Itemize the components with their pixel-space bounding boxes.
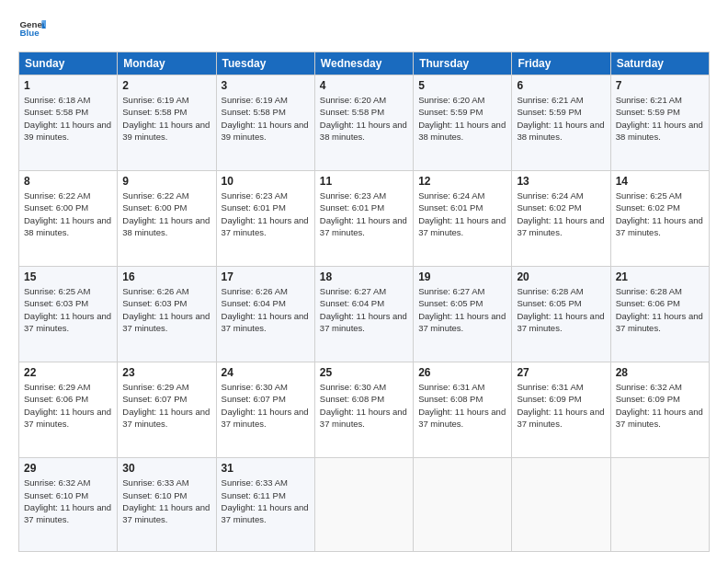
calendar-cell: 1Sunrise: 6:18 AMSunset: 5:58 PMDaylight…: [19, 75, 118, 171]
day-number: 5: [418, 79, 506, 92]
calendar-cell: 18Sunrise: 6:27 AMSunset: 6:04 PMDayligh…: [314, 267, 413, 362]
calendar-cell: 11Sunrise: 6:23 AMSunset: 6:01 PMDayligh…: [314, 171, 413, 267]
day-number: 2: [122, 79, 210, 92]
day-number: 24: [222, 366, 310, 379]
day-detail: Sunrise: 6:20 AMSunset: 5:59 PMDaylight:…: [418, 94, 506, 143]
day-number: 27: [517, 366, 605, 379]
calendar-cell: 12Sunrise: 6:24 AMSunset: 6:01 PMDayligh…: [414, 171, 512, 267]
calendar-day-header: Sunday: [19, 52, 118, 75]
day-detail: Sunrise: 6:20 AMSunset: 5:58 PMDaylight:…: [320, 94, 408, 143]
calendar-cell: 16Sunrise: 6:26 AMSunset: 6:03 PMDayligh…: [118, 267, 216, 362]
day-detail: Sunrise: 6:30 AMSunset: 6:08 PMDaylight:…: [320, 381, 408, 430]
calendar-cell: [610, 458, 709, 552]
day-number: 9: [122, 175, 210, 188]
calendar-cell: 17Sunrise: 6:26 AMSunset: 6:04 PMDayligh…: [216, 267, 314, 362]
day-detail: Sunrise: 6:28 AMSunset: 6:06 PMDaylight:…: [616, 285, 704, 334]
day-number: 1: [24, 79, 112, 92]
calendar-cell: 6Sunrise: 6:21 AMSunset: 5:59 PMDaylight…: [512, 75, 610, 171]
day-detail: Sunrise: 6:22 AMSunset: 6:00 PMDaylight:…: [122, 190, 210, 238]
calendar-cell: 8Sunrise: 6:22 AMSunset: 6:00 PMDaylight…: [19, 171, 118, 267]
calendar-day-header: Monday: [118, 52, 216, 75]
calendar-header-row: SundayMondayTuesdayWednesdayThursdayFrid…: [19, 52, 710, 75]
day-detail: Sunrise: 6:31 AMSunset: 6:08 PMDaylight:…: [418, 381, 506, 430]
day-number: 23: [122, 366, 210, 379]
day-detail: Sunrise: 6:21 AMSunset: 5:59 PMDaylight:…: [517, 94, 605, 143]
calendar-day-header: Tuesday: [216, 52, 314, 75]
day-number: 3: [222, 79, 310, 92]
logo: General Blue: [18, 15, 46, 42]
day-number: 13: [517, 175, 605, 188]
day-detail: Sunrise: 6:30 AMSunset: 6:07 PMDaylight:…: [222, 381, 310, 430]
day-detail: Sunrise: 6:31 AMSunset: 6:09 PMDaylight:…: [517, 381, 605, 430]
day-detail: Sunrise: 6:27 AMSunset: 6:04 PMDaylight:…: [320, 285, 408, 334]
day-number: 26: [418, 366, 506, 379]
day-number: 28: [616, 366, 704, 379]
calendar-day-header: Wednesday: [314, 52, 413, 75]
day-detail: Sunrise: 6:24 AMSunset: 6:01 PMDaylight:…: [418, 190, 506, 238]
day-detail: Sunrise: 6:24 AMSunset: 6:02 PMDaylight:…: [517, 190, 605, 238]
day-detail: Sunrise: 6:25 AMSunset: 6:03 PMDaylight:…: [24, 285, 112, 334]
day-number: 16: [122, 270, 210, 283]
calendar-cell: 5Sunrise: 6:20 AMSunset: 5:59 PMDaylight…: [414, 75, 512, 171]
day-number: 6: [517, 79, 605, 92]
day-number: 15: [24, 270, 112, 283]
day-number: 21: [616, 270, 704, 283]
day-number: 8: [24, 175, 112, 188]
svg-text:Blue: Blue: [20, 28, 40, 38]
day-detail: Sunrise: 6:26 AMSunset: 6:04 PMDaylight:…: [222, 285, 310, 334]
day-number: 10: [222, 175, 310, 188]
calendar-cell: 22Sunrise: 6:29 AMSunset: 6:06 PMDayligh…: [19, 362, 118, 458]
calendar-cell: 13Sunrise: 6:24 AMSunset: 6:02 PMDayligh…: [512, 171, 610, 267]
day-number: 30: [122, 462, 210, 475]
calendar-cell: 25Sunrise: 6:30 AMSunset: 6:08 PMDayligh…: [314, 362, 413, 458]
calendar-cell: 4Sunrise: 6:20 AMSunset: 5:58 PMDaylight…: [314, 75, 413, 171]
day-detail: Sunrise: 6:18 AMSunset: 5:58 PMDaylight:…: [24, 94, 112, 143]
day-detail: Sunrise: 6:33 AMSunset: 6:10 PMDaylight:…: [122, 477, 210, 525]
day-detail: Sunrise: 6:32 AMSunset: 6:10 PMDaylight:…: [24, 477, 112, 525]
day-number: 25: [320, 366, 408, 379]
day-number: 17: [222, 270, 310, 283]
calendar-cell: 10Sunrise: 6:23 AMSunset: 6:01 PMDayligh…: [216, 171, 314, 267]
page-header: General Blue: [18, 15, 710, 42]
day-number: 29: [24, 462, 112, 475]
day-number: 7: [616, 79, 704, 92]
calendar-cell: 19Sunrise: 6:27 AMSunset: 6:05 PMDayligh…: [414, 267, 512, 362]
calendar-cell: 9Sunrise: 6:22 AMSunset: 6:00 PMDaylight…: [118, 171, 216, 267]
day-number: 20: [517, 270, 605, 283]
calendar-cell: 29Sunrise: 6:32 AMSunset: 6:10 PMDayligh…: [19, 458, 118, 552]
day-number: 4: [320, 79, 408, 92]
calendar-cell: 21Sunrise: 6:28 AMSunset: 6:06 PMDayligh…: [610, 267, 709, 362]
calendar-cell: [314, 458, 413, 552]
day-detail: Sunrise: 6:22 AMSunset: 6:00 PMDaylight:…: [24, 190, 112, 238]
day-detail: Sunrise: 6:27 AMSunset: 6:05 PMDaylight:…: [418, 285, 506, 334]
calendar-cell: 3Sunrise: 6:19 AMSunset: 5:58 PMDaylight…: [216, 75, 314, 171]
day-detail: Sunrise: 6:29 AMSunset: 6:07 PMDaylight:…: [122, 381, 210, 430]
calendar: SundayMondayTuesdayWednesdayThursdayFrid…: [18, 52, 710, 552]
calendar-cell: [414, 458, 512, 552]
calendar-cell: 30Sunrise: 6:33 AMSunset: 6:10 PMDayligh…: [118, 458, 216, 552]
day-detail: Sunrise: 6:28 AMSunset: 6:05 PMDaylight:…: [517, 285, 605, 334]
calendar-cell: 31Sunrise: 6:33 AMSunset: 6:11 PMDayligh…: [216, 458, 314, 552]
day-detail: Sunrise: 6:19 AMSunset: 5:58 PMDaylight:…: [222, 94, 310, 143]
logo-icon: General Blue: [18, 15, 46, 42]
calendar-day-header: Friday: [512, 52, 610, 75]
calendar-cell: 20Sunrise: 6:28 AMSunset: 6:05 PMDayligh…: [512, 267, 610, 362]
day-detail: Sunrise: 6:32 AMSunset: 6:09 PMDaylight:…: [616, 381, 704, 430]
calendar-cell: [512, 458, 610, 552]
day-detail: Sunrise: 6:19 AMSunset: 5:58 PMDaylight:…: [122, 94, 210, 143]
day-detail: Sunrise: 6:23 AMSunset: 6:01 PMDaylight:…: [320, 190, 408, 238]
calendar-cell: 26Sunrise: 6:31 AMSunset: 6:08 PMDayligh…: [414, 362, 512, 458]
calendar-cell: 15Sunrise: 6:25 AMSunset: 6:03 PMDayligh…: [19, 267, 118, 362]
day-detail: Sunrise: 6:29 AMSunset: 6:06 PMDaylight:…: [24, 381, 112, 430]
calendar-cell: 14Sunrise: 6:25 AMSunset: 6:02 PMDayligh…: [610, 171, 709, 267]
day-number: 31: [222, 462, 310, 475]
day-detail: Sunrise: 6:23 AMSunset: 6:01 PMDaylight:…: [222, 190, 310, 238]
calendar-cell: 7Sunrise: 6:21 AMSunset: 5:59 PMDaylight…: [610, 75, 709, 171]
calendar-day-header: Thursday: [414, 52, 512, 75]
calendar-cell: 28Sunrise: 6:32 AMSunset: 6:09 PMDayligh…: [610, 362, 709, 458]
day-detail: Sunrise: 6:33 AMSunset: 6:11 PMDaylight:…: [222, 477, 310, 525]
day-detail: Sunrise: 6:26 AMSunset: 6:03 PMDaylight:…: [122, 285, 210, 334]
day-number: 22: [24, 366, 112, 379]
day-number: 11: [320, 175, 408, 188]
day-detail: Sunrise: 6:25 AMSunset: 6:02 PMDaylight:…: [616, 190, 704, 238]
